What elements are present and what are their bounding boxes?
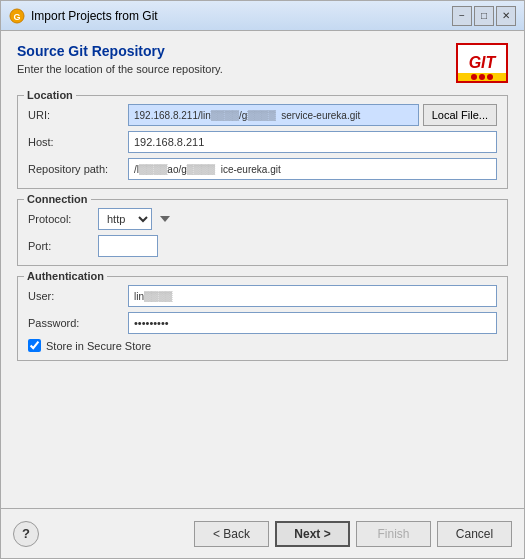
user-label: User: (28, 290, 128, 302)
password-input[interactable] (128, 312, 497, 334)
local-file-button[interactable]: Local File... (423, 104, 497, 126)
host-label: Host: (28, 136, 128, 148)
minimize-button[interactable]: − (452, 6, 472, 26)
git-dot-2 (479, 74, 485, 80)
app-icon: G (9, 8, 25, 24)
uri-label: URI: (28, 109, 128, 121)
page-title: Source Git Repository (17, 43, 448, 59)
host-row: Host: (28, 131, 497, 153)
host-input[interactable] (128, 131, 497, 153)
password-row: Password: (28, 312, 497, 334)
user-row: User: (28, 285, 497, 307)
location-section-label: Location (24, 89, 76, 101)
git-dot-3 (487, 74, 493, 80)
page-subtitle: Enter the location of the source reposit… (17, 63, 448, 75)
git-logo: GIT (456, 43, 508, 83)
close-button[interactable]: ✕ (496, 6, 516, 26)
git-dot-1 (471, 74, 477, 80)
git-logo-bar (458, 73, 506, 81)
page-header: Source Git Repository Enter the location… (17, 43, 508, 83)
help-button[interactable]: ? (13, 521, 39, 547)
window-title: Import Projects from Git (31, 9, 452, 23)
protocol-row: Protocol: http https git ssh (28, 208, 497, 230)
uri-row: URI: Local File... (28, 104, 497, 126)
repo-path-input[interactable] (128, 158, 497, 180)
window-controls: − □ ✕ (452, 6, 516, 26)
git-logo-text: GIT (469, 54, 496, 72)
title-bar: G Import Projects from Git − □ ✕ (1, 1, 524, 31)
protocol-select[interactable]: http https git ssh (98, 208, 152, 230)
dialog-content: Source Git Repository Enter the location… (1, 31, 524, 508)
dropdown-arrow-icon (160, 214, 170, 224)
port-label: Port: (28, 240, 98, 252)
store-secure-label: Store in Secure Store (46, 340, 151, 352)
password-label: Password: (28, 317, 128, 329)
store-secure-row: Store in Secure Store (28, 339, 497, 352)
next-button[interactable]: Next > (275, 521, 350, 547)
header-text: Source Git Repository Enter the location… (17, 43, 448, 75)
user-input[interactable] (128, 285, 497, 307)
protocol-label: Protocol: (28, 213, 98, 225)
maximize-button[interactable]: □ (474, 6, 494, 26)
store-secure-checkbox[interactable] (28, 339, 41, 352)
connection-section-label: Connection (24, 193, 91, 205)
authentication-section-label: Authentication (24, 270, 107, 282)
authentication-section: Authentication User: Password: Store in … (17, 276, 508, 361)
finish-button[interactable]: Finish (356, 521, 431, 547)
repo-path-label: Repository path: (28, 163, 128, 175)
port-input[interactable] (98, 235, 158, 257)
repo-path-row: Repository path: (28, 158, 497, 180)
port-row: Port: (28, 235, 497, 257)
back-button[interactable]: < Back (194, 521, 269, 547)
main-window: G Import Projects from Git − □ ✕ Source … (0, 0, 525, 559)
footer-left: ? (13, 521, 188, 547)
uri-input[interactable] (128, 104, 419, 126)
cancel-button[interactable]: Cancel (437, 521, 512, 547)
location-section: Location URI: Local File... Host: Reposi… (17, 95, 508, 189)
dialog-footer: ? < Back Next > Finish Cancel (1, 508, 524, 558)
svg-text:G: G (13, 12, 20, 22)
connection-section: Connection Protocol: http https git ssh … (17, 199, 508, 266)
svg-marker-2 (160, 216, 170, 222)
